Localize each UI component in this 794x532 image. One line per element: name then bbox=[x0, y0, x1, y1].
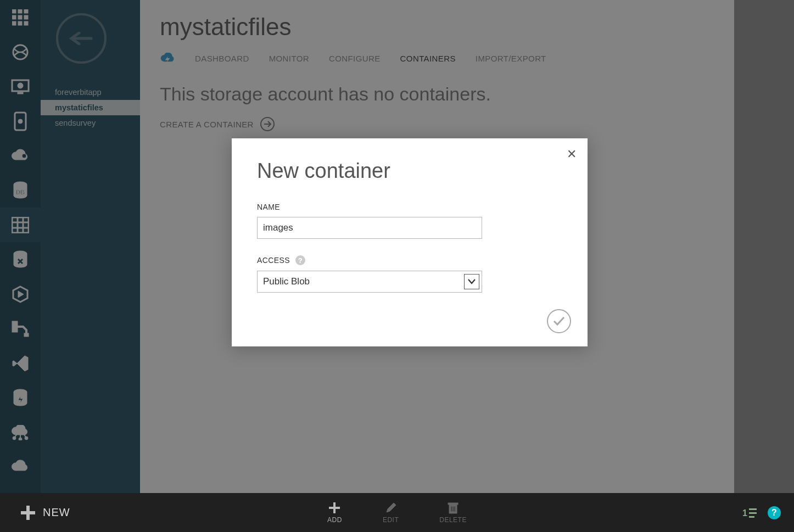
svg-rect-39 bbox=[452, 506, 454, 512]
delete-label: DELETE bbox=[439, 516, 467, 524]
chevron-down-icon bbox=[464, 274, 479, 289]
svg-rect-44 bbox=[749, 516, 754, 518]
new-button[interactable]: NEW bbox=[20, 505, 70, 521]
plus-icon bbox=[20, 505, 36, 521]
new-container-dialog: ✕ New container NAME ACCESS ? Public Blo… bbox=[232, 138, 588, 346]
name-label: NAME bbox=[257, 203, 562, 211]
access-label-text: ACCESS bbox=[257, 256, 290, 265]
edit-label: EDIT bbox=[383, 516, 399, 524]
svg-rect-38 bbox=[451, 506, 452, 512]
delete-button: DELETE bbox=[439, 502, 467, 524]
command-bar: NEW ADD EDIT DELETE 1 ? bbox=[0, 493, 794, 532]
plus-icon bbox=[328, 502, 340, 514]
svg-rect-37 bbox=[448, 503, 458, 505]
access-label: ACCESS ? bbox=[257, 255, 562, 265]
svg-rect-42 bbox=[749, 508, 757, 510]
add-label: ADD bbox=[327, 516, 342, 524]
pencil-icon bbox=[385, 502, 397, 514]
svg-rect-43 bbox=[749, 512, 757, 514]
new-label: NEW bbox=[43, 506, 70, 519]
edit-button: EDIT bbox=[383, 502, 399, 524]
help-button[interactable]: ? bbox=[768, 506, 781, 519]
access-select[interactable]: Public Blob bbox=[257, 271, 482, 293]
access-selected-value: Public Blob bbox=[263, 276, 310, 287]
dialog-title: New container bbox=[257, 159, 562, 183]
svg-rect-33 bbox=[21, 511, 35, 514]
notifications-icon[interactable]: 1 bbox=[742, 507, 758, 518]
trash-icon bbox=[448, 502, 458, 514]
help-icon[interactable]: ? bbox=[295, 255, 305, 265]
svg-rect-35 bbox=[329, 507, 340, 509]
svg-rect-40 bbox=[454, 506, 455, 512]
check-icon bbox=[553, 316, 565, 326]
add-button[interactable]: ADD bbox=[327, 502, 342, 524]
svg-text:1: 1 bbox=[742, 508, 747, 518]
confirm-button[interactable] bbox=[547, 309, 571, 333]
container-name-input[interactable] bbox=[257, 217, 482, 239]
close-icon[interactable]: ✕ bbox=[567, 147, 577, 161]
